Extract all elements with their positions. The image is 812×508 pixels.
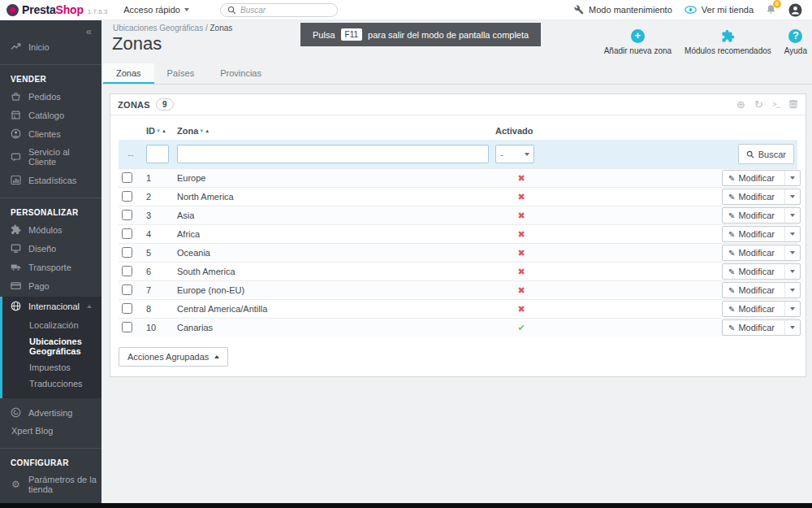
sidebar-item-internacional[interactable]: Internacional (0, 297, 102, 315)
modify-dropdown-toggle[interactable] (784, 283, 800, 297)
maintenance-mode-link[interactable]: Modo mantenimiento (574, 5, 672, 15)
sidebar-item-parametros-tienda[interactable]: ⚙ Parámetros de la tienda (0, 471, 102, 498)
column-header-id[interactable]: ID▼▲ (143, 122, 174, 140)
recommended-modules-button[interactable]: Módulos recomendados (685, 29, 771, 55)
quick-access-menu[interactable]: Acceso rápido (123, 5, 189, 15)
tab-provincias[interactable]: Provincias (207, 63, 274, 84)
sidebar-item-impuestos[interactable]: Impuestos (0, 359, 102, 376)
sort-asc-icon[interactable]: ▲ (205, 128, 209, 133)
filter-zone-input[interactable] (177, 145, 489, 163)
modify-button[interactable]: ✎Modificar (722, 189, 801, 205)
modify-dropdown-toggle[interactable] (784, 302, 800, 316)
sidebar-item-xpert-blog[interactable]: Xpert Blog (0, 422, 102, 440)
row-checkbox[interactable] (122, 247, 132, 258)
sidebar-item-servicio[interactable]: Servicio al Cliente (0, 143, 102, 171)
zone-name: Europe (non-EU) (174, 281, 492, 300)
status-icon[interactable]: ✖ (517, 248, 525, 258)
modify-label: Modificar (738, 229, 775, 239)
column-header-zona[interactable]: Zona▼▲ (174, 122, 492, 140)
sidebar-item-label: Servicio al Cliente (28, 147, 98, 167)
sidebar-item-ubicaciones-geograficas[interactable]: Ubicaciones Geográficas (0, 333, 102, 359)
modify-button[interactable]: ✎Modificar (722, 263, 801, 280)
sidebar-item-transporte[interactable]: Transporte (0, 258, 102, 276)
toast-text-suffix: para salir del modo de pantalla completa (368, 30, 529, 40)
database-icon[interactable] (788, 99, 798, 110)
sidebar-item-pedidos[interactable]: Pedidos (0, 87, 102, 106)
sidebar-item-label: Parámetros de la tienda (28, 475, 98, 494)
bulk-actions-button[interactable]: Acciones Agrupadas (119, 347, 228, 367)
tab-zonas[interactable]: Zonas (103, 63, 154, 84)
row-checkbox[interactable] (122, 266, 132, 276)
row-checkbox[interactable] (122, 210, 132, 220)
sidebar-item-pago[interactable]: Pago (0, 276, 102, 295)
row-checkbox[interactable] (122, 172, 132, 183)
row-checkbox[interactable] (122, 322, 132, 332)
zone-id: 4 (143, 225, 174, 244)
search-input[interactable] (240, 6, 330, 15)
search-button[interactable]: Buscar (738, 144, 794, 164)
pencil-icon: ✎ (728, 286, 735, 295)
notifications-button[interactable]: 0 (766, 4, 776, 15)
sidebar-item-modulos[interactable]: Módulos (0, 220, 102, 239)
status-icon[interactable]: ✖ (517, 267, 525, 276)
status-icon[interactable]: ✔ (517, 323, 525, 332)
sort-desc-icon[interactable]: ▼ (156, 128, 161, 133)
breadcrumb-parent[interactable]: Ubicaciones Geográficas (113, 24, 203, 33)
global-search[interactable] (220, 3, 338, 17)
status-icon[interactable]: ✖ (517, 285, 525, 295)
filter-id-input[interactable] (146, 145, 169, 163)
caret-down-icon (790, 176, 795, 180)
modify-dropdown-toggle[interactable] (784, 227, 800, 241)
status-icon[interactable]: ✖ (517, 192, 525, 202)
sort-asc-icon[interactable]: ▲ (162, 128, 166, 133)
status-icon[interactable]: ✖ (517, 211, 525, 220)
modify-dropdown-toggle[interactable] (784, 208, 800, 223)
filter-activado-select[interactable]: - (495, 145, 534, 163)
refresh-icon[interactable]: ↻ (754, 99, 763, 110)
modify-dropdown-toggle[interactable] (784, 320, 800, 335)
view-shop-link[interactable]: Ver mi tienda (685, 5, 754, 15)
breadcrumb-separator: / (205, 24, 208, 33)
prestashop-logo[interactable]: PrestaShop 1.7.6.3 (6, 3, 107, 16)
row-checkbox[interactable] (122, 284, 132, 295)
tab-paises[interactable]: Países (154, 63, 208, 84)
modify-dropdown-toggle[interactable] (784, 171, 800, 185)
sidebar-item-clientes[interactable]: Clientes (0, 124, 102, 143)
sidebar-item-traducciones[interactable]: Traducciones (0, 376, 102, 392)
modify-dropdown-toggle[interactable] (784, 264, 800, 279)
zone-name: North America (174, 188, 492, 206)
modify-button[interactable]: ✎Modificar (722, 301, 801, 317)
sidebar-item-estadisticas[interactable]: Estadísticas (0, 171, 102, 189)
sidebar-item-catalogo[interactable]: Catálogo (0, 106, 102, 124)
modify-button[interactable]: ✎Modificar (722, 226, 801, 242)
modify-button[interactable]: ✎Modificar (722, 170, 801, 186)
status-icon[interactable]: ✖ (517, 173, 525, 183)
row-checkbox[interactable] (122, 191, 132, 202)
modify-button[interactable]: ✎Modificar (722, 207, 801, 224)
sort-desc-icon[interactable]: ▼ (199, 128, 204, 133)
modify-button[interactable]: ✎Modificar (722, 319, 801, 336)
sidebar-item-inicio[interactable]: Inicio (0, 37, 102, 56)
pencil-icon: ✎ (728, 193, 735, 202)
sidebar-item-advertising[interactable]: Advertising (0, 403, 102, 422)
column-header-activado: Activado (492, 122, 551, 140)
row-checkbox[interactable] (122, 303, 132, 314)
add-zone-button[interactable]: + Añadir nueva zona (604, 29, 672, 55)
modify-dropdown-toggle[interactable] (784, 245, 800, 260)
add-icon[interactable]: ⊕ (736, 99, 745, 110)
modify-button[interactable]: ✎Modificar (722, 245, 801, 261)
puzzle-icon (11, 224, 21, 235)
sidebar-collapse-button[interactable]: « (0, 20, 102, 37)
terminal-icon[interactable]: >_ (772, 99, 780, 110)
sidebar-item-localizacion[interactable]: Localización (0, 317, 102, 333)
modify-button[interactable]: ✎Modificar (722, 282, 801, 298)
help-button[interactable]: ? Ayuda (784, 29, 807, 55)
status-icon[interactable]: ✖ (517, 304, 525, 314)
zone-id: 8 (143, 300, 174, 319)
status-icon[interactable]: ✖ (517, 229, 525, 239)
profile-menu[interactable] (788, 3, 802, 17)
zone-name: Central America/Antilla (174, 300, 492, 319)
sidebar-item-diseno[interactable]: Diseño (0, 239, 102, 258)
modify-dropdown-toggle[interactable] (784, 189, 800, 204)
row-checkbox[interactable] (122, 228, 132, 239)
